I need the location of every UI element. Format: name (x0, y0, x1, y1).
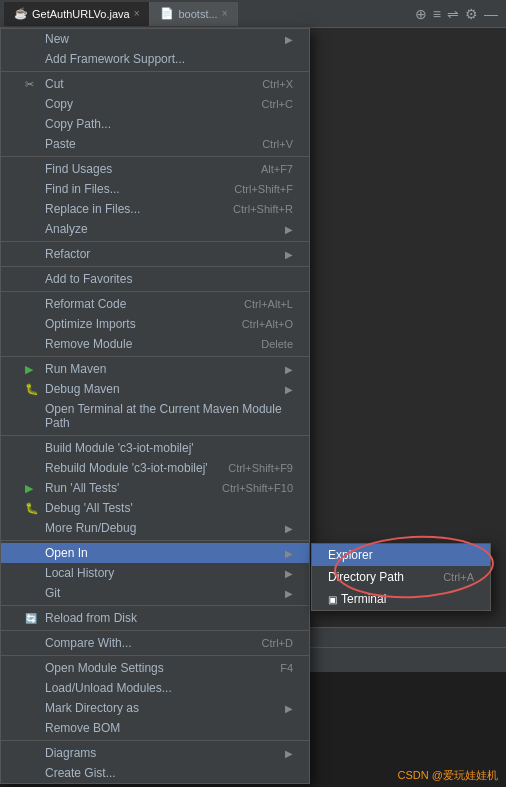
new-arrow: ▶ (285, 34, 293, 45)
menu-item-create-gist[interactable]: Create Gist... (1, 763, 309, 783)
menu-item-more-run-debug[interactable]: More Run/Debug ▶ (1, 518, 309, 538)
menu-item-debug-all-tests[interactable]: 🐛 Debug 'All Tests' (1, 498, 309, 518)
find-usages-shortcut: Alt+F7 (261, 163, 293, 175)
separator-9 (1, 605, 309, 606)
menu-item-open-module-settings[interactable]: Open Module Settings F4 (1, 658, 309, 678)
menu-label-remove-bom: Remove BOM (45, 721, 120, 735)
reformat-shortcut: Ctrl+Alt+L (244, 298, 293, 310)
menu-item-diagrams[interactable]: Diagrams ▶ (1, 743, 309, 763)
tab-close-icon[interactable]: × (134, 8, 140, 19)
menu-item-open-in[interactable]: Open In ▶ Explorer Directory Path Ctrl+A… (1, 543, 309, 563)
submenu-item-explorer[interactable]: Explorer (312, 544, 490, 566)
menu-label-cut: Cut (45, 77, 64, 91)
menu-item-open-terminal-maven[interactable]: Open Terminal at the Current Maven Modul… (1, 399, 309, 433)
submenu-item-directory-path[interactable]: Directory Path Ctrl+A (312, 566, 490, 588)
debug-maven-icon: 🐛 (25, 383, 39, 396)
menu-item-remove-bom[interactable]: Remove BOM (1, 718, 309, 738)
separator-2 (1, 156, 309, 157)
minimize-icon[interactable]: — (484, 6, 498, 22)
menu-item-run-all-tests[interactable]: ▶ Run 'All Tests' Ctrl+Shift+F10 (1, 478, 309, 498)
editor-toolbar: ⊕ ≡ ⇌ ⚙ — (415, 0, 506, 28)
menu-item-analyze[interactable]: Analyze ▶ (1, 219, 309, 239)
mark-directory-arrow: ▶ (285, 703, 293, 714)
more-run-arrow: ▶ (285, 523, 293, 534)
menu-item-add-to-favorites[interactable]: Add to Favorites (1, 269, 309, 289)
submenu-item-terminal[interactable]: ▣ Terminal (312, 588, 490, 610)
menu-label-run-all-tests: Run 'All Tests' (45, 481, 119, 495)
replace-in-files-shortcut: Ctrl+Shift+R (233, 203, 293, 215)
list-icon[interactable]: ≡ (433, 6, 441, 22)
debug-tests-icon: 🐛 (25, 502, 39, 515)
remove-module-shortcut: Delete (261, 338, 293, 350)
add-icon[interactable]: ⊕ (415, 6, 427, 22)
open-in-arrow: ▶ (285, 548, 293, 559)
separator-3 (1, 241, 309, 242)
run-tests-shortcut: Ctrl+Shift+F10 (222, 482, 293, 494)
menu-item-git[interactable]: Git ▶ (1, 583, 309, 603)
debug-maven-arrow: ▶ (285, 384, 293, 395)
directory-path-shortcut: Ctrl+A (443, 571, 474, 583)
menu-item-mark-directory[interactable]: Mark Directory as ▶ (1, 698, 309, 718)
menu-label-create-gist: Create Gist... (45, 766, 116, 780)
separator-1 (1, 71, 309, 72)
tab2-close-icon[interactable]: × (222, 8, 228, 19)
menu-item-local-history[interactable]: Local History ▶ (1, 563, 309, 583)
separator-6 (1, 356, 309, 357)
menu-label-compare-with: Compare With... (45, 636, 132, 650)
tab-file-icon: 📄 (160, 7, 174, 20)
diagrams-arrow: ▶ (285, 748, 293, 759)
optimize-shortcut: Ctrl+Alt+O (242, 318, 293, 330)
menu-label-copy-path: Copy Path... (45, 117, 111, 131)
menu-label-replace-in-files: Replace in Files... (45, 202, 140, 216)
settings-icon[interactable]: ⚙ (465, 6, 478, 22)
menu-label-refactor: Refactor (45, 247, 90, 261)
menu-label-run-maven: Run Maven (45, 362, 106, 376)
menu-item-reformat-code[interactable]: Reformat Code Ctrl+Alt+L (1, 294, 309, 314)
menu-label-open-terminal-maven: Open Terminal at the Current Maven Modul… (45, 402, 293, 430)
menu-label-open-module-settings: Open Module Settings (45, 661, 164, 675)
watermark: CSDN @爱玩娃娃机 (398, 768, 498, 783)
menu-label-git: Git (45, 586, 60, 600)
menu-label-remove-module: Remove Module (45, 337, 132, 351)
analyze-arrow: ▶ (285, 224, 293, 235)
menu-item-new[interactable]: New ▶ (1, 29, 309, 49)
menu-label-build-module: Build Module 'c3-iot-mobilej' (45, 441, 194, 455)
refactor-arrow: ▶ (285, 249, 293, 260)
menu-item-refactor[interactable]: Refactor ▶ (1, 244, 309, 264)
compare-shortcut: Ctrl+D (262, 637, 293, 649)
run-tests-icon: ▶ (25, 482, 39, 495)
menu-item-find-usages[interactable]: Find Usages Alt+F7 (1, 159, 309, 179)
menu-label-find-usages: Find Usages (45, 162, 112, 176)
menu-item-paste[interactable]: Paste Ctrl+V (1, 134, 309, 154)
menu-item-copy-path[interactable]: Copy Path... (1, 114, 309, 134)
menu-item-load-unload[interactable]: Load/Unload Modules... (1, 678, 309, 698)
menu-item-build-module[interactable]: Build Module 'c3-iot-mobilej' (1, 438, 309, 458)
rebuild-shortcut: Ctrl+Shift+F9 (228, 462, 293, 474)
cut-shortcut: Ctrl+X (262, 78, 293, 90)
menu-label-new: New (45, 32, 69, 46)
tab-bootstrap[interactable]: 📄 bootst... × (150, 2, 238, 26)
menu-item-rebuild-module[interactable]: Rebuild Module 'c3-iot-mobilej' Ctrl+Shi… (1, 458, 309, 478)
menu-label-local-history: Local History (45, 566, 114, 580)
git-arrow: ▶ (285, 588, 293, 599)
menu-item-cut[interactable]: ✂ Cut Ctrl+X (1, 74, 309, 94)
menu-item-replace-in-files[interactable]: Replace in Files... Ctrl+Shift+R (1, 199, 309, 219)
menu-item-remove-module[interactable]: Remove Module Delete (1, 334, 309, 354)
terminal-icon: ▣ (328, 594, 337, 605)
menu-label-reload-from-disk: Reload from Disk (45, 611, 137, 625)
module-settings-shortcut: F4 (280, 662, 293, 674)
submenu-label-explorer: Explorer (328, 548, 373, 562)
tab-getauthurlvo[interactable]: ☕ GetAuthURLVo.java × (4, 2, 150, 26)
menu-item-add-framework[interactable]: Add Framework Support... (1, 49, 309, 69)
menu-label-diagrams: Diagrams (45, 746, 96, 760)
menu-label-mark-directory: Mark Directory as (45, 701, 139, 715)
separator-10 (1, 630, 309, 631)
menu-item-reload-from-disk[interactable]: 🔄 Reload from Disk (1, 608, 309, 628)
menu-item-copy[interactable]: Copy Ctrl+C (1, 94, 309, 114)
menu-item-compare-with[interactable]: Compare With... Ctrl+D (1, 633, 309, 653)
menu-item-optimize-imports[interactable]: Optimize Imports Ctrl+Alt+O (1, 314, 309, 334)
sync-icon[interactable]: ⇌ (447, 6, 459, 22)
menu-item-find-in-files[interactable]: Find in Files... Ctrl+Shift+F (1, 179, 309, 199)
menu-item-run-maven[interactable]: ▶ Run Maven ▶ (1, 359, 309, 379)
menu-item-debug-maven[interactable]: 🐛 Debug Maven ▶ (1, 379, 309, 399)
